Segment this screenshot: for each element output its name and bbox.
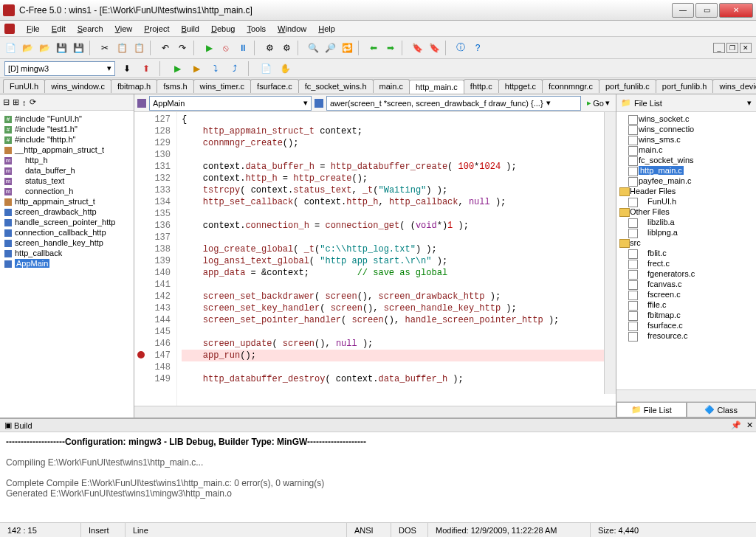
folder-node[interactable]: Header Files: [618, 186, 755, 196]
build-icon[interactable]: ⚙: [279, 41, 294, 55]
file-node[interactable]: fc_socket_wins: [618, 155, 755, 165]
symbol-node[interactable]: #include "test1.h": [1, 124, 132, 134]
menu-debug[interactable]: Debug: [205, 23, 241, 35]
menu-build[interactable]: Build: [176, 23, 205, 35]
help-icon[interactable]: ?: [470, 41, 485, 55]
vscrollbar[interactable]: [604, 112, 616, 394]
replace-icon[interactable]: 🔁: [340, 41, 354, 55]
filetab[interactable]: wins_timer.c: [193, 79, 252, 93]
sort-icon[interactable]: ↕: [22, 98, 27, 107]
menu-window[interactable]: Window: [272, 23, 312, 35]
function-combo[interactable]: awer(screen_t *screen, screen_drawback_f…: [326, 96, 581, 111]
collapse-icon[interactable]: ⊟: [3, 97, 10, 107]
mdi-close[interactable]: ✕: [740, 43, 752, 53]
forward-icon[interactable]: ➡: [383, 41, 398, 55]
build-close-icon[interactable]: ✕: [746, 420, 753, 430]
file-node[interactable]: main.c: [618, 145, 755, 155]
filetab[interactable]: fhttp.c: [464, 79, 499, 93]
mdi-minimize[interactable]: _: [713, 43, 725, 53]
file-node[interactable]: fresource.c: [618, 330, 755, 341]
stop-icon[interactable]: ⦸: [219, 41, 233, 55]
tool-icon2[interactable]: ✋: [278, 61, 292, 76]
file-node[interactable]: fblit.c: [618, 248, 755, 258]
filetab[interactable]: wins_window.c: [44, 79, 111, 93]
file-node[interactable]: http_main.c: [618, 165, 755, 176]
symbol-node[interactable]: data_buffer_h: [1, 165, 132, 176]
symbol-node[interactable]: screen_handle_key_http: [1, 238, 132, 248]
step-icon[interactable]: ⤵: [208, 61, 223, 76]
file-node[interactable]: frect.c: [618, 258, 755, 268]
symbol-node[interactable]: #include "fhttp.h": [1, 134, 132, 145]
menu-project[interactable]: Project: [138, 23, 175, 35]
run-icon[interactable]: ▶: [170, 61, 185, 76]
refresh-icon[interactable]: ⟳: [30, 97, 36, 107]
symbol-node[interactable]: connection_callback_http: [1, 227, 132, 238]
tool-icon1[interactable]: 📄: [258, 61, 273, 76]
filetab[interactable]: FunUI.h: [3, 79, 45, 93]
findnext-icon[interactable]: 🔎: [323, 41, 337, 55]
filetab[interactable]: fc_socket_wins.h: [298, 79, 374, 93]
debug-icon[interactable]: ▶: [189, 61, 204, 76]
symbol-tree[interactable]: #include "FunUI.h"#include "test1.h"#inc…: [0, 111, 134, 418]
filetab[interactable]: main.c: [373, 79, 410, 93]
symbol-node[interactable]: handle_screen_pointer_http: [1, 217, 132, 227]
file-node[interactable]: FunUI.h: [618, 196, 755, 207]
bookmark2-icon[interactable]: 🔖: [427, 41, 441, 55]
filetab[interactable]: httpget.c: [498, 79, 543, 93]
maximize-button[interactable]: ▭: [695, 3, 718, 18]
symbol-node[interactable]: __http_appmain_struct_t: [1, 145, 132, 155]
redo-icon[interactable]: ↷: [175, 41, 190, 55]
menu-help[interactable]: Help: [312, 23, 341, 35]
expand-icon[interactable]: ⊞: [13, 97, 19, 107]
filetab[interactable]: fsms.h: [157, 79, 193, 93]
stepover-icon[interactable]: ⤴: [227, 61, 242, 76]
file-node[interactable]: fscreen.c: [618, 289, 755, 299]
file-node[interactable]: fsurface.c: [618, 320, 755, 330]
file-node[interactable]: wins_connectio: [618, 124, 755, 134]
back-icon[interactable]: ⬅: [366, 41, 381, 55]
hscrollbar[interactable]: [134, 406, 616, 418]
file-node[interactable]: ffile.c: [618, 299, 755, 310]
menu-edit[interactable]: Edit: [46, 23, 72, 35]
build-output[interactable]: --------------------Configuration: mingw…: [0, 432, 756, 522]
filetab[interactable]: fbitmap.h: [111, 79, 157, 93]
file-node[interactable]: liblpng.a: [618, 227, 755, 238]
file-node[interactable]: fcanvas.c: [618, 279, 755, 289]
file-node[interactable]: fgenerators.c: [618, 268, 755, 279]
breakpoint-icon[interactable]: [137, 351, 145, 358]
scope-combo[interactable]: AppMain▾: [149, 96, 312, 111]
file-node[interactable]: wins_socket.c: [618, 114, 755, 124]
folder-node[interactable]: src: [618, 238, 755, 248]
file-node[interactable]: fbitmap.c: [618, 310, 755, 320]
open2-icon[interactable]: 📂: [37, 41, 52, 55]
saveall-icon[interactable]: 💾: [71, 41, 86, 55]
undo-icon[interactable]: ↶: [158, 41, 173, 55]
filetab[interactable]: wins_device.c: [712, 79, 756, 93]
cfg-icon1[interactable]: ⬇: [120, 61, 134, 76]
go-label[interactable]: Go: [593, 99, 604, 108]
file-node[interactable]: payfee_main.c: [618, 176, 755, 186]
config-combo[interactable]: [D] mingw3▾: [4, 61, 115, 76]
symbol-node[interactable]: screen_drawback_http: [1, 207, 132, 217]
mdi-restore[interactable]: ❐: [726, 43, 738, 53]
cut-icon[interactable]: ✂: [97, 41, 112, 55]
file-node[interactable]: libzlib.a: [618, 217, 755, 227]
go-play-icon[interactable]: ▸: [587, 98, 591, 108]
bookmark-icon[interactable]: 🔖: [410, 41, 425, 55]
paste-icon[interactable]: 📋: [131, 41, 146, 55]
filelist-hscroll[interactable]: [616, 389, 756, 401]
file-node[interactable]: wins_sms.c: [618, 134, 755, 145]
cfg-icon2[interactable]: ⬆: [139, 61, 154, 76]
symbol-node[interactable]: http_h: [1, 155, 132, 165]
filetab[interactable]: fsurface.c: [250, 79, 299, 93]
folder-node[interactable]: Other Files: [618, 207, 755, 217]
menu-view[interactable]: View: [109, 23, 139, 35]
tab-class[interactable]: 🔷 Class: [687, 402, 757, 418]
play-icon[interactable]: ▶: [202, 41, 216, 55]
symbol-node[interactable]: AppMain: [1, 258, 132, 268]
file-tree[interactable]: wins_socket.cwins_connectiowins_sms.cmai…: [616, 112, 756, 389]
symbol-node[interactable]: http_callback: [1, 248, 132, 258]
symbol-node[interactable]: status_text: [1, 176, 132, 186]
compile-icon[interactable]: ⚙: [262, 41, 277, 55]
filetab[interactable]: fconnmngr.c: [542, 79, 599, 93]
